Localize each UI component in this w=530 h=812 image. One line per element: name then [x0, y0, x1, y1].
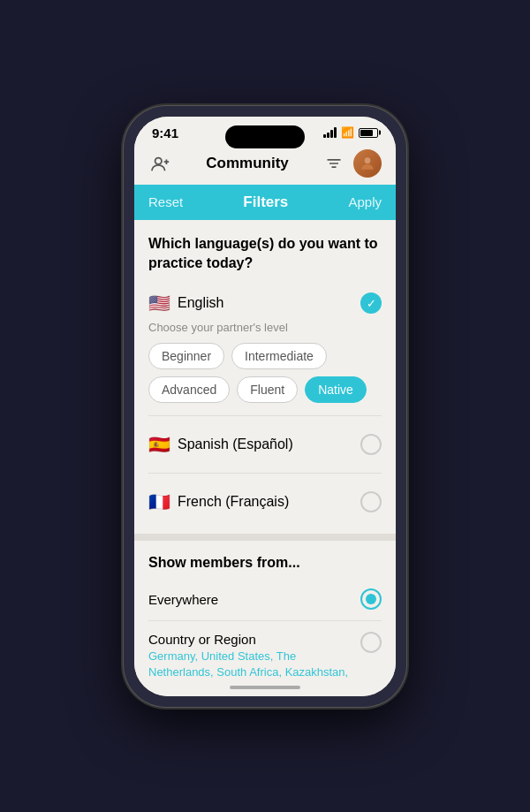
battery-icon: [359, 128, 378, 138]
avatar[interactable]: [353, 149, 382, 178]
radio-country[interactable]: [360, 632, 382, 653]
level-pills: Beginner Intermediate Advanced Fluent Na…: [148, 343, 382, 403]
nav-bar: Community: [134, 144, 396, 185]
section-divider: [134, 534, 396, 541]
dynamic-island: [225, 125, 305, 148]
radio-french[interactable]: [360, 491, 382, 512]
pill-fluent[interactable]: Fluent: [237, 376, 298, 403]
radio-spanish[interactable]: [360, 434, 382, 455]
reset-button[interactable]: Reset: [148, 194, 183, 209]
option-country[interactable]: Country or Region Germany, United States…: [148, 621, 382, 678]
status-time: 9:41: [152, 125, 178, 140]
option-everywhere[interactable]: Everywhere: [148, 578, 382, 621]
members-title: Show members from...: [148, 541, 382, 578]
flag-english: 🇺🇸: [148, 292, 170, 314]
svg-point-0: [155, 157, 162, 163]
pill-beginner[interactable]: Beginner: [148, 343, 224, 369]
country-content: Country or Region Germany, United States…: [148, 632, 350, 678]
phone-screen: 9:41 📶 Community: [134, 117, 396, 696]
nav-title: Community: [206, 155, 289, 172]
radio-everywhere[interactable]: [360, 588, 382, 610]
language-item-french[interactable]: 🇫🇷 French (Français): [148, 484, 382, 520]
language-item-spanish[interactable]: 🇪🇸 Spanish (Español): [148, 427, 382, 462]
add-user-button[interactable]: [148, 151, 173, 176]
flag-french: 🇫🇷: [148, 491, 170, 512]
country-sublabel: Germany, United States, The Netherlands,…: [148, 649, 350, 678]
lang-name-spanish: Spanish (Español): [178, 436, 293, 452]
lang-name-french: French (Français): [178, 494, 289, 510]
check-english: ✓: [360, 292, 382, 314]
members-section: Show members from... Everywhere Country …: [134, 541, 396, 678]
language-left-french: 🇫🇷 French (Français): [148, 491, 289, 512]
language-question: Which language(s) do you want to practic…: [148, 234, 382, 274]
divider-spanish: [148, 415, 382, 416]
language-left-english: 🇺🇸 English: [148, 292, 223, 314]
wifi-icon: 📶: [341, 126, 354, 139]
pill-native[interactable]: Native: [305, 376, 367, 403]
language-item-english[interactable]: 🇺🇸 English ✓: [148, 285, 382, 321]
content-scroll[interactable]: Which language(s) do you want to practic…: [134, 220, 396, 679]
home-bar: [230, 686, 300, 689]
status-icons: 📶: [323, 126, 378, 139]
home-indicator: [134, 679, 396, 696]
language-left-spanish: 🇪🇸 Spanish (Español): [148, 434, 293, 455]
language-section: Which language(s) do you want to practic…: [134, 220, 396, 535]
partner-level-label: Choose your partner's level: [148, 321, 382, 334]
flag-spanish: 🇪🇸: [148, 434, 170, 455]
country-label: Country or Region: [148, 632, 350, 647]
lang-name-english: English: [178, 295, 223, 311]
filter-button[interactable]: [322, 151, 346, 176]
filters-title: Filters: [243, 194, 288, 211]
divider-french: [148, 473, 382, 474]
pill-advanced[interactable]: Advanced: [148, 376, 230, 403]
filter-bar: Reset Filters Apply: [134, 185, 396, 220]
everywhere-label: Everywhere: [148, 592, 218, 607]
signal-icon: [323, 127, 337, 138]
apply-button[interactable]: Apply: [348, 194, 382, 209]
pill-intermediate[interactable]: Intermediate: [231, 343, 327, 369]
phone-frame: 9:41 📶 Community: [124, 106, 406, 707]
svg-point-6: [365, 157, 371, 163]
